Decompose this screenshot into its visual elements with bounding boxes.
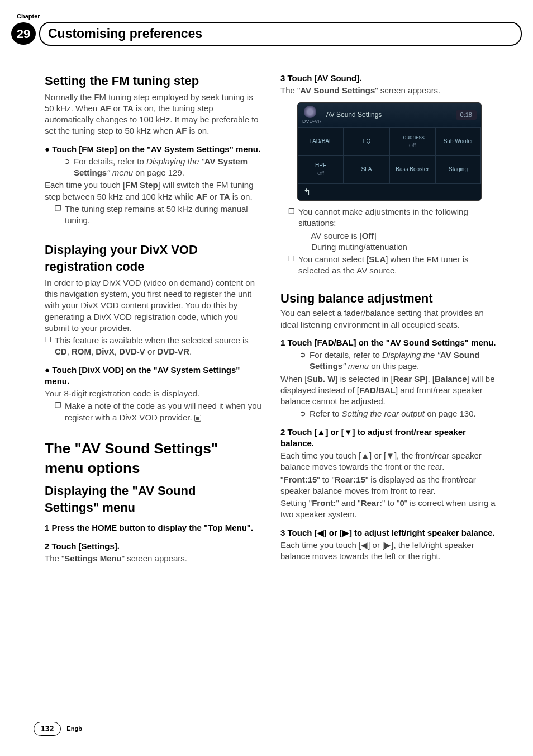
divx-heading-2: registration code: [45, 258, 264, 275]
t: ,: [115, 347, 119, 356]
stop-icon: [194, 415, 201, 422]
t: Off: [362, 231, 374, 240]
chapter-bar: 29 Customising preferences: [11, 22, 511, 46]
right-d2: During muting/attenuation: [301, 242, 499, 253]
t: on page 129.: [133, 168, 184, 177]
t: is on.: [230, 192, 253, 201]
af: AF: [99, 103, 111, 113]
t: " to ": [382, 498, 400, 508]
t: Displaying the ": [146, 157, 204, 166]
t: DivX: [96, 347, 114, 356]
bal-body: You can select a fader/balance setting t…: [280, 308, 499, 330]
ta: TA: [123, 103, 134, 113]
t: AF: [196, 192, 207, 201]
t: SLA: [361, 166, 372, 173]
ss-back-button[interactable]: ↰: [298, 183, 481, 201]
t: or: [111, 103, 123, 113]
t: Refer to: [310, 409, 342, 418]
bal-s2: 2 Touch [▲] or [▼] to adjust front/rear …: [280, 427, 499, 450]
chapter-number-badge: 29: [11, 22, 36, 45]
divx-step: ● Touch [DivX VOD] on the "AV System Set…: [45, 365, 264, 388]
t: AV source is [: [311, 231, 361, 240]
t: Off: [409, 142, 416, 149]
t: HPF: [315, 162, 326, 169]
t: CD: [55, 347, 67, 356]
bal-s2d: Setting "Front:" and "Rear:" to "0" is c…: [280, 498, 499, 521]
avsound-s2: 2 Touch [Settings].: [45, 541, 264, 552]
t: " to ": [317, 475, 335, 484]
t: FAD/BAL: [309, 138, 332, 145]
t: " screen appears.: [375, 86, 440, 95]
t: Each time you touch [: [45, 180, 125, 190]
t: You cannot select [: [298, 254, 369, 264]
t: Staging: [449, 166, 468, 173]
t: 0: [399, 498, 404, 508]
t: ], [: [425, 374, 435, 384]
t: Setting the rear output: [342, 409, 425, 418]
chapter-label: Chapter: [17, 12, 511, 21]
avsound-sub-1: Displaying the "AV Sound: [45, 483, 264, 499]
ss-fadbal[interactable]: FAD/BAL: [298, 127, 344, 155]
ss-clock: 0:18: [456, 110, 477, 120]
t: Displaying the ": [382, 350, 440, 360]
t: Front:: [312, 498, 336, 508]
af: AF: [175, 126, 187, 135]
t: FM Step: [125, 180, 158, 190]
avsound-s1: 1 Press the HOME button to display the "…: [45, 522, 264, 533]
t: Sub Woofer: [444, 138, 473, 145]
t: DVD-VR: [157, 347, 189, 356]
ss-title: AV Sound Settings: [326, 110, 382, 119]
t: AV Sound Settings: [300, 86, 375, 95]
t: TA: [220, 192, 230, 201]
right-column: 3 Touch [AV Sound]. The "AV Sound Settin…: [280, 73, 499, 565]
disc-icon: [304, 106, 316, 118]
t: DVD-V: [119, 347, 145, 356]
ss-bassboost[interactable]: Bass Booster: [389, 155, 435, 183]
ss-subwoofer[interactable]: Sub Woofer: [435, 127, 481, 155]
t: ]: [374, 231, 376, 240]
bal-s3: 3 Touch [◀] or [▶] to adjust left/right …: [280, 527, 499, 538]
t: Bass Booster: [396, 166, 429, 173]
t: Loudness: [400, 134, 424, 141]
avsound-big-1: The "AV Sound Settings": [45, 439, 264, 459]
chapter-title: Customising preferences: [39, 22, 511, 46]
divx-note: This feature is available when the selec…: [45, 335, 264, 358]
t: This feature is available when the selec…: [55, 336, 249, 345]
divx-body: In order to play DivX VOD (video on dema…: [45, 277, 264, 334]
t: For details, refer to: [310, 350, 382, 360]
t: " menu: [107, 168, 133, 177]
t: or: [145, 347, 158, 356]
bal-ref2: Refer to Setting the rear output on page…: [299, 408, 499, 419]
right-n2: You cannot select [SLA] when the FM tune…: [288, 254, 499, 277]
right-s3b: The "AV Sound Settings" screen appears.: [280, 85, 499, 96]
t: Rear:15: [335, 475, 365, 484]
bal-s2c: "Front:15" to "Rear:15" is displayed as …: [280, 474, 499, 497]
t: Rear:: [361, 498, 382, 508]
t: is on.: [187, 126, 209, 135]
divx-note2: Make a note of the code as you will need…: [55, 400, 264, 423]
t: Setting ": [280, 498, 312, 508]
fm-body: Normally the FM tuning step employed by …: [45, 92, 264, 137]
ss-staging[interactable]: Staging: [435, 155, 481, 183]
t: Balance: [435, 374, 467, 384]
lang-label: Engb: [66, 725, 82, 733]
t: Sub. W: [307, 374, 336, 384]
fm-note1: The tuning step remains at 50 kHz during…: [55, 204, 264, 226]
avsound-sub-2: Settings" menu: [45, 499, 264, 516]
fm-ref: For details, refer to Displaying the "AV…: [64, 156, 264, 179]
ss-sla[interactable]: SLA: [344, 155, 389, 183]
t: ,: [67, 347, 72, 356]
right-s3: 3 Touch [AV Sound].: [280, 73, 499, 84]
t: Make a note of the code as you will need…: [65, 401, 261, 422]
avsound-s2b: The "Settings Menu" screen appears.: [45, 553, 264, 564]
av-sound-screenshot: DVD-VR AV Sound Settings 0:18 FAD/BAL EQ…: [297, 102, 482, 201]
t: SLA: [369, 254, 386, 264]
divx-heading-1: Displaying your DivX VOD: [45, 242, 264, 258]
avsound-big-2: menu options: [45, 459, 264, 478]
bal-ref1: For details, refer to Displaying the "AV…: [299, 349, 499, 372]
page-number: 132: [34, 722, 61, 736]
ss-hpf[interactable]: HPFOff: [298, 155, 344, 183]
ss-loudness[interactable]: LoudnessOff: [389, 127, 435, 155]
ss-eq[interactable]: EQ: [344, 127, 389, 155]
t: or: [207, 192, 220, 201]
